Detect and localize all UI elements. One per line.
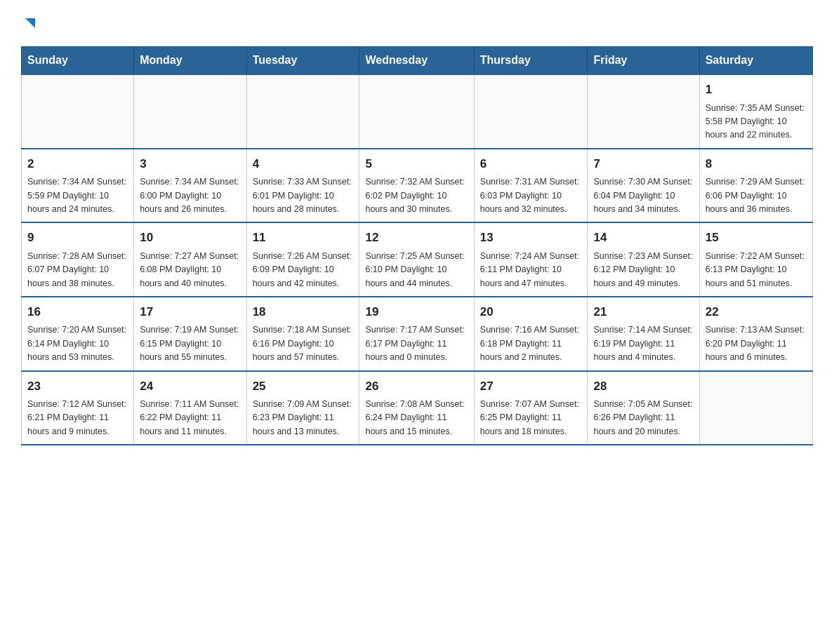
day-number: 26 — [365, 377, 468, 396]
calendar-cell — [359, 74, 474, 149]
day-number: 14 — [593, 229, 693, 247]
day-number: 20 — [480, 303, 582, 321]
day-info: Sunrise: 7:25 AM Sunset: 6:10 PM Dayligh… — [365, 250, 468, 290]
day-number: 11 — [253, 229, 354, 247]
calendar-cell: 10Sunrise: 7:27 AM Sunset: 6:08 PM Dayli… — [134, 222, 246, 297]
day-number: 23 — [27, 377, 128, 396]
calendar-cell — [22, 74, 134, 149]
weekday-header-row: SundayMondayTuesdayWednesdayThursdayFrid… — [22, 47, 813, 75]
weekday-header-monday: Monday — [134, 47, 246, 75]
day-number: 12 — [365, 229, 468, 247]
day-info: Sunrise: 7:31 AM Sunset: 6:03 PM Dayligh… — [480, 175, 582, 216]
logo-triangle-icon — [22, 15, 38, 31]
day-info: Sunrise: 7:26 AM Sunset: 6:09 PM Dayligh… — [253, 250, 354, 290]
calendar-cell: 22Sunrise: 7:13 AM Sunset: 6:20 PM Dayli… — [699, 297, 812, 371]
calendar-cell: 5Sunrise: 7:32 AM Sunset: 6:02 PM Daylig… — [359, 149, 474, 223]
day-number: 9 — [27, 229, 128, 247]
calendar-cell: 27Sunrise: 7:07 AM Sunset: 6:25 PM Dayli… — [474, 371, 588, 445]
day-number: 15 — [706, 229, 807, 247]
calendar-cell: 21Sunrise: 7:14 AM Sunset: 6:19 PM Dayli… — [588, 297, 699, 371]
day-info: Sunrise: 7:09 AM Sunset: 6:23 PM Dayligh… — [253, 398, 354, 438]
calendar-cell: 2Sunrise: 7:34 AM Sunset: 5:59 PM Daylig… — [22, 149, 134, 223]
calendar-cell: 15Sunrise: 7:22 AM Sunset: 6:13 PM Dayli… — [699, 222, 812, 297]
calendar-week-1: 1Sunrise: 7:35 AM Sunset: 5:58 PM Daylig… — [22, 74, 813, 149]
calendar-cell: 3Sunrise: 7:34 AM Sunset: 6:00 PM Daylig… — [134, 149, 246, 223]
day-info: Sunrise: 7:33 AM Sunset: 6:01 PM Dayligh… — [253, 175, 354, 216]
calendar-cell — [474, 74, 588, 149]
day-number: 17 — [140, 303, 240, 321]
calendar-week-5: 23Sunrise: 7:12 AM Sunset: 6:21 PM Dayli… — [22, 371, 813, 445]
day-number: 22 — [706, 303, 807, 321]
day-info: Sunrise: 7:35 AM Sunset: 5:58 PM Dayligh… — [706, 102, 807, 142]
day-info: Sunrise: 7:19 AM Sunset: 6:15 PM Dayligh… — [140, 323, 240, 364]
calendar-cell: 26Sunrise: 7:08 AM Sunset: 6:24 PM Dayli… — [359, 371, 474, 445]
day-number: 25 — [253, 377, 354, 396]
day-number: 1 — [706, 81, 807, 99]
day-info: Sunrise: 7:23 AM Sunset: 6:12 PM Dayligh… — [593, 250, 693, 290]
day-info: Sunrise: 7:18 AM Sunset: 6:16 PM Dayligh… — [253, 323, 354, 364]
day-number: 8 — [706, 155, 807, 173]
day-info: Sunrise: 7:34 AM Sunset: 5:59 PM Dayligh… — [27, 175, 128, 216]
calendar-cell: 11Sunrise: 7:26 AM Sunset: 6:09 PM Dayli… — [246, 222, 359, 297]
calendar-cell: 25Sunrise: 7:09 AM Sunset: 6:23 PM Dayli… — [246, 371, 359, 445]
calendar-table: SundayMondayTuesdayWednesdayThursdayFrid… — [21, 46, 813, 445]
calendar-cell: 14Sunrise: 7:23 AM Sunset: 6:12 PM Dayli… — [588, 222, 699, 297]
calendar-cell: 9Sunrise: 7:28 AM Sunset: 6:07 PM Daylig… — [22, 222, 134, 297]
calendar-week-3: 9Sunrise: 7:28 AM Sunset: 6:07 PM Daylig… — [22, 222, 813, 297]
day-info: Sunrise: 7:13 AM Sunset: 6:20 PM Dayligh… — [706, 323, 807, 364]
calendar-cell: 8Sunrise: 7:29 AM Sunset: 6:06 PM Daylig… — [699, 149, 812, 223]
calendar-cell: 28Sunrise: 7:05 AM Sunset: 6:26 PM Dayli… — [588, 371, 699, 445]
day-info: Sunrise: 7:24 AM Sunset: 6:11 PM Dayligh… — [480, 250, 582, 290]
calendar-cell — [246, 74, 359, 149]
day-number: 21 — [593, 303, 693, 321]
svg-marker-0 — [25, 18, 35, 28]
day-info: Sunrise: 7:16 AM Sunset: 6:18 PM Dayligh… — [480, 323, 582, 364]
day-info: Sunrise: 7:17 AM Sunset: 6:17 PM Dayligh… — [365, 323, 468, 364]
calendar-cell: 7Sunrise: 7:30 AM Sunset: 6:04 PM Daylig… — [588, 149, 699, 223]
weekday-header-thursday: Thursday — [474, 47, 588, 75]
day-number: 13 — [480, 229, 582, 247]
calendar-cell: 12Sunrise: 7:25 AM Sunset: 6:10 PM Dayli… — [359, 222, 474, 297]
day-info: Sunrise: 7:14 AM Sunset: 6:19 PM Dayligh… — [593, 323, 693, 364]
calendar-cell: 24Sunrise: 7:11 AM Sunset: 6:22 PM Dayli… — [134, 371, 246, 445]
weekday-header-wednesday: Wednesday — [359, 47, 474, 75]
calendar-cell: 19Sunrise: 7:17 AM Sunset: 6:17 PM Dayli… — [359, 297, 474, 371]
day-info: Sunrise: 7:08 AM Sunset: 6:24 PM Dayligh… — [365, 398, 468, 438]
day-number: 6 — [480, 155, 582, 173]
weekday-header-sunday: Sunday — [22, 47, 134, 75]
day-number: 18 — [253, 303, 354, 321]
day-number: 3 — [140, 155, 240, 173]
calendar-cell: 6Sunrise: 7:31 AM Sunset: 6:03 PM Daylig… — [474, 149, 588, 223]
calendar-cell: 1Sunrise: 7:35 AM Sunset: 5:58 PM Daylig… — [699, 74, 812, 149]
calendar-week-2: 2Sunrise: 7:34 AM Sunset: 5:59 PM Daylig… — [22, 149, 813, 223]
calendar-cell: 17Sunrise: 7:19 AM Sunset: 6:15 PM Dayli… — [134, 297, 246, 371]
calendar-cell: 13Sunrise: 7:24 AM Sunset: 6:11 PM Dayli… — [474, 222, 588, 297]
day-number: 27 — [480, 377, 582, 396]
calendar-cell: 16Sunrise: 7:20 AM Sunset: 6:14 PM Dayli… — [22, 297, 134, 371]
day-info: Sunrise: 7:07 AM Sunset: 6:25 PM Dayligh… — [480, 398, 582, 438]
calendar-cell: 18Sunrise: 7:18 AM Sunset: 6:16 PM Dayli… — [246, 297, 359, 371]
day-number: 19 — [365, 303, 468, 321]
day-info: Sunrise: 7:11 AM Sunset: 6:22 PM Dayligh… — [140, 398, 240, 438]
day-number: 28 — [593, 377, 693, 396]
weekday-header-friday: Friday — [588, 47, 699, 75]
day-info: Sunrise: 7:22 AM Sunset: 6:13 PM Dayligh… — [706, 250, 807, 290]
page-header — [21, 14, 813, 32]
day-info: Sunrise: 7:30 AM Sunset: 6:04 PM Dayligh… — [593, 175, 693, 216]
day-info: Sunrise: 7:05 AM Sunset: 6:26 PM Dayligh… — [593, 398, 693, 438]
day-number: 10 — [140, 229, 240, 247]
calendar-week-4: 16Sunrise: 7:20 AM Sunset: 6:14 PM Dayli… — [22, 297, 813, 371]
day-info: Sunrise: 7:29 AM Sunset: 6:06 PM Dayligh… — [706, 175, 807, 216]
calendar-cell — [699, 371, 812, 445]
logo — [21, 14, 38, 32]
day-info: Sunrise: 7:34 AM Sunset: 6:00 PM Dayligh… — [140, 175, 240, 216]
weekday-header-tuesday: Tuesday — [246, 47, 359, 75]
day-info: Sunrise: 7:28 AM Sunset: 6:07 PM Dayligh… — [27, 250, 128, 290]
day-info: Sunrise: 7:20 AM Sunset: 6:14 PM Dayligh… — [27, 323, 128, 364]
day-info: Sunrise: 7:12 AM Sunset: 6:21 PM Dayligh… — [27, 398, 128, 438]
calendar-cell — [134, 74, 246, 149]
day-number: 16 — [27, 303, 128, 321]
day-info: Sunrise: 7:32 AM Sunset: 6:02 PM Dayligh… — [365, 175, 468, 216]
calendar-cell — [588, 74, 699, 149]
weekday-header-saturday: Saturday — [699, 47, 812, 75]
